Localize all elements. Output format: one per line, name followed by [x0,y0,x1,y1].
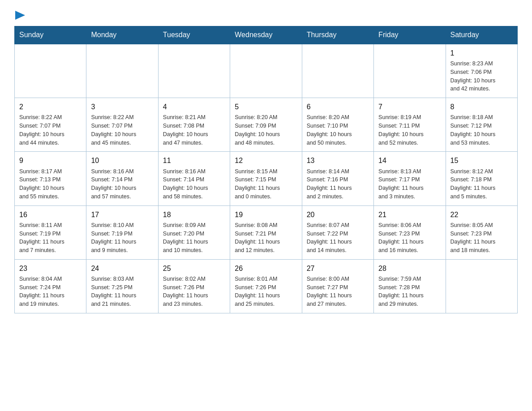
day-number: 1 [450,48,513,58]
day-info: Sunrise: 8:07 AMSunset: 7:22 PMDaylight:… [307,221,369,255]
svg-marker-0 [15,11,25,20]
day-info: Sunrise: 8:02 AMSunset: 7:26 PMDaylight:… [163,275,225,308]
day-number: 27 [307,263,369,274]
weekday-header-tuesday: Tuesday [158,26,230,44]
logo [14,11,25,18]
calendar-cell: 15Sunrise: 8:12 AMSunset: 7:18 PMDayligh… [446,152,517,206]
day-info: Sunrise: 8:11 AMSunset: 7:19 PMDaylight:… [19,221,82,255]
day-number: 15 [450,155,513,166]
calendar-cell: 13Sunrise: 8:14 AMSunset: 7:16 PMDayligh… [302,152,373,206]
calendar-cell: 27Sunrise: 8:00 AMSunset: 7:27 PMDayligh… [302,259,373,313]
calendar-cell: 8Sunrise: 8:18 AMSunset: 7:12 PMDaylight… [446,98,517,152]
day-number: 28 [378,263,441,274]
day-number: 10 [91,155,153,166]
week-row-1: 1Sunrise: 8:23 AMSunset: 7:06 PMDaylight… [15,44,518,98]
week-row-5: 23Sunrise: 8:04 AMSunset: 7:24 PMDayligh… [15,259,518,313]
day-number: 18 [163,210,225,220]
calendar-table: SundayMondayTuesdayWednesdayThursdayFrid… [14,26,518,313]
day-number: 26 [235,263,297,274]
calendar-cell: 23Sunrise: 8:04 AMSunset: 7:24 PMDayligh… [15,259,86,313]
day-info: Sunrise: 8:18 AMSunset: 7:12 PMDaylight:… [450,113,513,147]
day-info: Sunrise: 8:20 AMSunset: 7:09 PMDaylight:… [235,113,297,147]
day-info: Sunrise: 8:06 AMSunset: 7:23 PMDaylight:… [378,221,441,255]
day-number: 21 [378,210,441,220]
day-info: Sunrise: 7:59 AMSunset: 7:28 PMDaylight:… [378,275,441,308]
day-number: 19 [235,210,297,220]
weekday-header-sunday: Sunday [15,26,86,44]
day-info: Sunrise: 8:21 AMSunset: 7:08 PMDaylight:… [163,113,225,147]
day-info: Sunrise: 8:15 AMSunset: 7:15 PMDaylight:… [235,167,297,201]
week-row-4: 16Sunrise: 8:11 AMSunset: 7:19 PMDayligh… [15,206,518,259]
day-number: 17 [91,210,153,220]
calendar-cell: 9Sunrise: 8:17 AMSunset: 7:13 PMDaylight… [15,152,86,206]
day-number: 12 [235,155,297,166]
calendar-cell: 24Sunrise: 8:03 AMSunset: 7:25 PMDayligh… [86,259,158,313]
day-number: 25 [163,263,225,274]
day-info: Sunrise: 8:08 AMSunset: 7:21 PMDaylight:… [235,221,297,255]
day-number: 23 [19,263,82,274]
calendar-cell: 25Sunrise: 8:02 AMSunset: 7:26 PMDayligh… [158,259,230,313]
day-number: 6 [307,102,369,112]
calendar-cell: 16Sunrise: 8:11 AMSunset: 7:19 PMDayligh… [15,206,86,259]
weekday-header-wednesday: Wednesday [230,26,302,44]
calendar-cell: 26Sunrise: 8:01 AMSunset: 7:26 PMDayligh… [230,259,302,313]
day-info: Sunrise: 8:05 AMSunset: 7:23 PMDaylight:… [450,221,513,255]
day-info: Sunrise: 8:22 AMSunset: 7:07 PMDaylight:… [91,113,153,147]
day-number: 4 [163,102,225,112]
weekday-header-saturday: Saturday [446,26,517,44]
calendar-cell [374,44,446,98]
weekday-header-monday: Monday [86,26,158,44]
calendar-cell [302,44,373,98]
calendar-cell: 3Sunrise: 8:22 AMSunset: 7:07 PMDaylight… [86,98,158,152]
day-info: Sunrise: 8:12 AMSunset: 7:18 PMDaylight:… [450,167,513,201]
calendar-cell: 19Sunrise: 8:08 AMSunset: 7:21 PMDayligh… [230,206,302,259]
day-info: Sunrise: 8:14 AMSunset: 7:16 PMDaylight:… [307,167,369,201]
day-number: 3 [91,102,153,112]
calendar-cell: 10Sunrise: 8:16 AMSunset: 7:14 PMDayligh… [86,152,158,206]
calendar-cell: 11Sunrise: 8:16 AMSunset: 7:14 PMDayligh… [158,152,230,206]
day-number: 11 [163,155,225,166]
day-info: Sunrise: 8:04 AMSunset: 7:24 PMDaylight:… [19,275,82,308]
day-number: 14 [378,155,441,166]
day-info: Sunrise: 8:10 AMSunset: 7:19 PMDaylight:… [91,221,153,255]
day-info: Sunrise: 8:20 AMSunset: 7:10 PMDaylight:… [307,113,369,147]
calendar-cell [86,44,158,98]
day-info: Sunrise: 8:01 AMSunset: 7:26 PMDaylight:… [235,275,297,308]
day-number: 5 [235,102,297,112]
day-number: 7 [378,102,441,112]
calendar-cell [15,44,86,98]
calendar-cell [230,44,302,98]
day-info: Sunrise: 8:23 AMSunset: 7:06 PMDaylight:… [450,60,513,93]
calendar-cell: 5Sunrise: 8:20 AMSunset: 7:09 PMDaylight… [230,98,302,152]
day-info: Sunrise: 8:09 AMSunset: 7:20 PMDaylight:… [163,221,225,255]
calendar-cell: 22Sunrise: 8:05 AMSunset: 7:23 PMDayligh… [446,206,517,259]
day-number: 20 [307,210,369,220]
page-header [14,11,518,18]
day-number: 8 [450,102,513,112]
day-number: 22 [450,210,513,220]
calendar-cell: 12Sunrise: 8:15 AMSunset: 7:15 PMDayligh… [230,152,302,206]
calendar-cell: 17Sunrise: 8:10 AMSunset: 7:19 PMDayligh… [86,206,158,259]
day-number: 13 [307,155,369,166]
week-row-3: 9Sunrise: 8:17 AMSunset: 7:13 PMDaylight… [15,152,518,206]
weekday-header-friday: Friday [374,26,446,44]
calendar-cell: 1Sunrise: 8:23 AMSunset: 7:06 PMDaylight… [446,44,517,98]
calendar-cell: 4Sunrise: 8:21 AMSunset: 7:08 PMDaylight… [158,98,230,152]
weekday-header-thursday: Thursday [302,26,373,44]
day-info: Sunrise: 8:22 AMSunset: 7:07 PMDaylight:… [19,113,82,147]
day-info: Sunrise: 8:03 AMSunset: 7:25 PMDaylight:… [91,275,153,308]
calendar-cell [158,44,230,98]
day-info: Sunrise: 8:16 AMSunset: 7:14 PMDaylight:… [91,167,153,201]
day-info: Sunrise: 8:16 AMSunset: 7:14 PMDaylight:… [163,167,225,201]
calendar-cell: 21Sunrise: 8:06 AMSunset: 7:23 PMDayligh… [374,206,446,259]
calendar-cell: 18Sunrise: 8:09 AMSunset: 7:20 PMDayligh… [158,206,230,259]
calendar-cell: 2Sunrise: 8:22 AMSunset: 7:07 PMDaylight… [15,98,86,152]
day-info: Sunrise: 8:13 AMSunset: 7:17 PMDaylight:… [378,167,441,201]
calendar-cell: 7Sunrise: 8:19 AMSunset: 7:11 PMDaylight… [374,98,446,152]
calendar-cell: 28Sunrise: 7:59 AMSunset: 7:28 PMDayligh… [374,259,446,313]
logo-general-text [14,11,25,20]
weekday-header-row: SundayMondayTuesdayWednesdayThursdayFrid… [15,26,518,44]
calendar-cell: 14Sunrise: 8:13 AMSunset: 7:17 PMDayligh… [374,152,446,206]
day-info: Sunrise: 8:19 AMSunset: 7:11 PMDaylight:… [378,113,441,147]
day-info: Sunrise: 8:00 AMSunset: 7:27 PMDaylight:… [307,275,369,308]
